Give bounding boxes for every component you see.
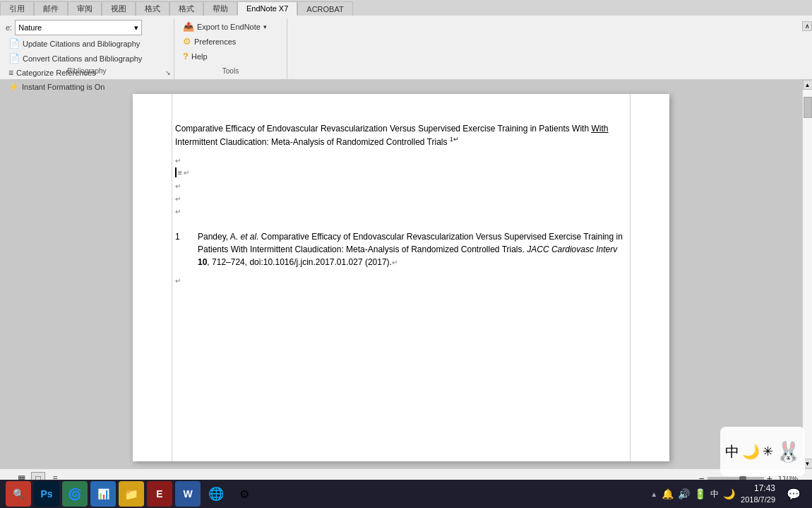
export-arrow-icon: ▾ <box>263 23 267 30</box>
document-title: Comparative Efficacy of Endovascular Rev… <box>175 122 627 148</box>
export-endnote-button[interactable]: 📤 Export to EndNote ▾ <box>180 20 270 33</box>
instant-formatting-button[interactable]: ⚡ Instant Formatting is On <box>6 81 107 93</box>
reference-block: 1 Pandey, A. et al. Comparative Efficacy… <box>175 230 627 268</box>
bibliography-label: Bibliography <box>0 67 174 75</box>
update-icon: 📄 <box>8 38 20 49</box>
tools-label: Tools <box>174 67 287 75</box>
para-mark-3: ↵ <box>175 192 627 203</box>
taskbar-chat-icon[interactable]: 💬 <box>781 481 806 507</box>
scrollbar-track[interactable] <box>803 90 813 459</box>
document-area: Comparative Efficacy of Endovascular Rev… <box>0 80 802 468</box>
para-mark-4: ↵ <box>175 205 627 216</box>
bibliography-group: e: Nature ▾ 📄 Update Citations and Bibli… <box>0 18 174 79</box>
taskbar-moon-icon[interactable]: 🌙 <box>723 488 735 500</box>
cursor-line: ≡ ↵ <box>175 167 627 178</box>
taskbar-notify-icon[interactable]: 🔔 <box>662 488 674 500</box>
tab-geshi2[interactable]: 格式 <box>169 1 203 16</box>
dropdown-arrow-icon: ▾ <box>134 23 138 33</box>
taskbar-settings-icon[interactable]: ⚙ <box>232 481 257 507</box>
scrollbar-right[interactable]: ▲ ▼ <box>802 80 812 468</box>
ribbon-collapse-button[interactable]: ∧ <box>802 21 812 31</box>
taskbar-sys-icons: ▲ 🔔 🔊 🔋 中 🌙 <box>650 488 735 500</box>
taskbar: 🔍 Ps 🌀 📊 📁 E W 🌐 ⚙ ▲ 🔔 🔊 🔋 中 🌙 17:43 201… <box>0 480 812 508</box>
text-cursor <box>175 167 177 177</box>
style-label: e: <box>6 23 12 32</box>
corner-widget: 中 🌙 ✳ 🐰 <box>720 427 805 476</box>
tab-shitu[interactable]: 视图 <box>102 1 136 16</box>
tab-youjian[interactable]: 邮件 <box>34 1 68 16</box>
taskbar-right: ▲ 🔔 🔊 🔋 中 🌙 17:43 2018/7/29 💬 <box>650 481 806 507</box>
convert-citations-button[interactable]: 📄 Convert Citations and Bibliography <box>6 52 145 65</box>
taskbar-up-icon[interactable]: ▲ <box>650 490 657 498</box>
preferences-button[interactable]: ⚙ Preferences <box>180 35 239 48</box>
help-icon: ? <box>183 51 189 61</box>
help-button[interactable]: ? Help <box>180 49 210 63</box>
ref-content: Pandey, A. et al. Comparative Efficacy o… <box>198 230 627 268</box>
convert-icon: 📄 <box>8 53 20 64</box>
style-value: Nature <box>18 23 42 32</box>
taskbar-battery-icon[interactable]: 🔋 <box>694 488 706 500</box>
taskbar-endnote-icon[interactable]: E <box>147 481 172 507</box>
para-mark-2: ↵ <box>175 179 627 191</box>
taskbar-ps-icon[interactable]: Ps <box>34 481 59 507</box>
taskbar-search-icon[interactable]: 🔍 <box>6 481 31 507</box>
taskbar-ie-icon[interactable]: 🌐 <box>203 481 229 507</box>
main-area: Comparative Efficacy of Endovascular Rev… <box>0 80 812 468</box>
para-mark-5: ↵ <box>175 274 627 285</box>
document-page: Comparative Efficacy of Endovascular Rev… <box>133 94 669 461</box>
reference-1: 1 Pandey, A. et al. Comparative Efficacy… <box>175 230 627 268</box>
tab-shenyue[interactable]: 审阅 <box>68 1 102 16</box>
tab-geshi1[interactable]: 格式 <box>136 1 169 16</box>
title-link[interactable]: With <box>591 124 608 134</box>
taskbar-green-icon[interactable]: 🌀 <box>62 481 88 507</box>
tab-yinyong[interactable]: 引用 <box>0 1 34 16</box>
update-citations-button[interactable]: 📄 Update Citations and Bibliography <box>6 37 143 50</box>
taskbar-word-icon[interactable]: W <box>175 481 201 507</box>
left-margin-line <box>172 94 172 461</box>
taskbar-blue-icon[interactable]: 📊 <box>90 481 116 507</box>
scroll-up-button[interactable]: ▲ <box>803 80 813 90</box>
right-margin-line <box>630 94 631 461</box>
export-icon: 📤 <box>183 21 194 32</box>
style-dropdown[interactable]: Nature ▾ <box>15 20 142 35</box>
title-superscript: 1↵ <box>450 136 459 143</box>
tab-bangzhu[interactable]: 帮助 <box>203 1 237 16</box>
taskbar-time: 17:43 2018/7/29 <box>741 483 775 505</box>
tools-group: 📤 Export to EndNote ▾ ⚙ Preferences ? He… <box>174 18 287 79</box>
taskbar-speaker-icon[interactable]: 🔊 <box>678 488 690 500</box>
ref-number: 1 <box>175 230 189 268</box>
para-mark-1: ↵ <box>175 154 627 165</box>
scrollbar-thumb[interactable] <box>804 97 812 118</box>
bibliography-expand-icon[interactable]: ↘ <box>165 69 171 76</box>
taskbar-folder-icon[interactable]: 📁 <box>119 481 144 507</box>
tab-endnote[interactable]: EndNote X7 <box>237 1 297 16</box>
tab-acrobat[interactable]: ACROBAT <box>297 1 352 16</box>
preferences-icon: ⚙ <box>183 36 191 47</box>
instant-icon: ⚡ <box>8 82 19 92</box>
taskbar-zh-icon[interactable]: 中 <box>710 488 719 500</box>
